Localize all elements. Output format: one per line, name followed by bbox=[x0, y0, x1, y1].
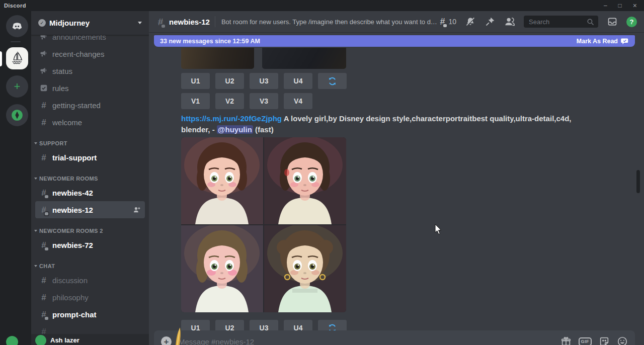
hash-chat-icon: # bbox=[156, 17, 165, 27]
channel-name: trial-support bbox=[52, 153, 141, 162]
mouse-cursor bbox=[435, 224, 442, 235]
main-content: # newbies-12 Bot room for new users. Typ… bbox=[149, 11, 644, 345]
midjourney-server-button[interactable] bbox=[6, 47, 28, 69]
user-mention[interactable]: @huyulin bbox=[217, 125, 253, 134]
channel-rules[interactable]: rules bbox=[35, 79, 145, 97]
channel-name: recent-changes bbox=[52, 50, 141, 58]
channel-title: newbies-12 bbox=[169, 18, 210, 26]
new-messages-bar[interactable]: 33 new messages since 12:59 AM Mark As R… bbox=[154, 35, 635, 47]
hash-icon: # bbox=[39, 118, 48, 127]
mark-as-read-button[interactable]: Mark As Read bbox=[577, 38, 629, 45]
discord-app: Discord – □ × + bbox=[0, 0, 644, 345]
channel-name: getting-started bbox=[52, 101, 141, 110]
create-invite-icon[interactable] bbox=[133, 206, 141, 214]
gift-icon[interactable] bbox=[560, 336, 572, 345]
user-panel[interactable]: Ash lazer bbox=[31, 334, 149, 345]
reroll-button[interactable] bbox=[318, 73, 347, 89]
category-support[interactable]: SUPPORT bbox=[31, 138, 149, 149]
search-box[interactable] bbox=[524, 16, 598, 28]
channel-name: philosophy bbox=[52, 293, 141, 302]
channel-sidebar: announcements recent-changes status rule… bbox=[31, 11, 149, 345]
message-composer[interactable]: + Message #newbies-12 GIF bbox=[154, 330, 635, 345]
server-rail: + bbox=[0, 11, 31, 345]
u3-button[interactable]: U3 bbox=[250, 73, 278, 89]
thread-count: 10 bbox=[448, 18, 456, 26]
message-input[interactable]: Message #newbies-12 bbox=[179, 337, 553, 345]
member-list-icon[interactable] bbox=[504, 16, 515, 27]
v1-button[interactable]: V1 bbox=[181, 93, 210, 109]
search-input[interactable] bbox=[528, 18, 587, 26]
chat-scrollbar-thumb[interactable] bbox=[636, 170, 640, 193]
hash-chat-icon: # bbox=[39, 189, 48, 197]
generated-image-grid[interactable] bbox=[181, 137, 346, 312]
sailboat-icon bbox=[10, 51, 25, 66]
channel-name: welcome bbox=[52, 118, 141, 127]
maximize-button[interactable]: □ bbox=[618, 3, 622, 9]
pinned-messages-icon[interactable] bbox=[485, 16, 496, 27]
help-button[interactable]: ? bbox=[626, 17, 637, 27]
mode-label: (fast) bbox=[255, 125, 274, 134]
upscale-button-row: U1 U2 U3 U4 bbox=[181, 73, 347, 89]
pencil-cursor bbox=[172, 326, 185, 345]
channel-topic[interactable]: Bot room for new users. Type /imagine th… bbox=[221, 18, 438, 26]
rail-user-avatar[interactable] bbox=[6, 336, 18, 345]
server-name: Midjourney bbox=[49, 19, 134, 27]
channel-status[interactable]: status bbox=[35, 62, 145, 79]
threads-button[interactable]: # 10 bbox=[438, 17, 456, 26]
server-header[interactable]: ✓ Midjourney bbox=[31, 11, 149, 35]
minimize-button[interactable]: – bbox=[604, 3, 607, 9]
category-chat[interactable]: CHAT bbox=[31, 261, 149, 272]
channel-prompt-chat[interactable]: # prompt-chat bbox=[35, 306, 145, 323]
v3-button[interactable]: V3 bbox=[250, 93, 278, 109]
channel-name: newbies-12 bbox=[52, 206, 129, 214]
hash-icon: # bbox=[39, 276, 48, 285]
sticker-icon[interactable] bbox=[599, 336, 610, 345]
hash-chat-icon: # bbox=[39, 310, 48, 319]
chevron-down-icon bbox=[34, 265, 37, 267]
channel-welcome[interactable]: # welcome bbox=[35, 114, 145, 131]
channel-discussion[interactable]: # discussion bbox=[35, 272, 145, 289]
channel-trial-support[interactable]: # trial-support bbox=[35, 149, 145, 166]
channel-list: announcements recent-changes status rule… bbox=[31, 28, 149, 340]
image-quadrant-2[interactable] bbox=[264, 137, 346, 224]
category-newcomer-rooms-2[interactable]: NEWCOMER ROOMS 2 bbox=[31, 225, 149, 236]
chevron-down-icon bbox=[138, 22, 142, 24]
previous-image-partial[interactable] bbox=[262, 48, 346, 69]
category-newcomer-rooms[interactable]: NEWCOMER ROOMS bbox=[31, 173, 149, 184]
channel-recent-changes[interactable]: recent-changes bbox=[35, 45, 145, 62]
inbox-icon[interactable] bbox=[607, 16, 618, 27]
emoji-icon[interactable] bbox=[617, 336, 628, 345]
window-titlebar: Discord – □ × bbox=[0, 0, 644, 11]
message-check-icon bbox=[621, 38, 629, 45]
hash-icon: # bbox=[39, 101, 48, 110]
gif-picker-button[interactable]: GIF bbox=[579, 337, 592, 345]
image-quadrant-3[interactable] bbox=[181, 225, 263, 312]
megaphone-icon bbox=[39, 49, 48, 58]
channel-philosophy[interactable]: # philosophy bbox=[35, 289, 145, 306]
chevron-down-icon bbox=[34, 178, 37, 180]
image-quadrant-1[interactable] bbox=[181, 137, 263, 224]
discord-home-button[interactable] bbox=[6, 15, 28, 37]
notifications-muted-icon[interactable] bbox=[465, 16, 476, 27]
category-label: NEWCOMER ROOMS 2 bbox=[39, 228, 103, 234]
v2-button[interactable]: V2 bbox=[215, 93, 244, 109]
add-server-button[interactable]: + bbox=[6, 75, 28, 98]
image-quadrant-4[interactable] bbox=[264, 225, 346, 312]
v4-button[interactable]: V4 bbox=[284, 93, 312, 109]
close-button[interactable]: × bbox=[633, 2, 637, 9]
channel-newbies-12[interactable]: # newbies-12 bbox=[35, 201, 145, 218]
u2-button[interactable]: U2 bbox=[215, 73, 244, 89]
channel-getting-started[interactable]: # getting-started bbox=[35, 97, 145, 114]
channel-newbies-72[interactable]: # newbies-72 bbox=[35, 236, 145, 253]
u4-button[interactable]: U4 bbox=[284, 73, 312, 89]
channel-newbies-42[interactable]: # newbies-42 bbox=[35, 184, 145, 201]
hash-chat-icon: # bbox=[39, 206, 48, 214]
u1-button[interactable]: U1 bbox=[181, 73, 210, 89]
prompt-link[interactable]: https://s.mj.run/-20fGeZjphg bbox=[181, 114, 282, 123]
previous-image-partial[interactable] bbox=[181, 48, 254, 69]
user-avatar[interactable] bbox=[35, 335, 46, 345]
attach-plus-icon[interactable]: + bbox=[161, 336, 172, 345]
variation-button-row: V1 V2 V3 V4 bbox=[181, 93, 312, 109]
category-label: NEWCOMER ROOMS bbox=[39, 176, 98, 182]
explore-servers-button[interactable] bbox=[6, 104, 28, 126]
